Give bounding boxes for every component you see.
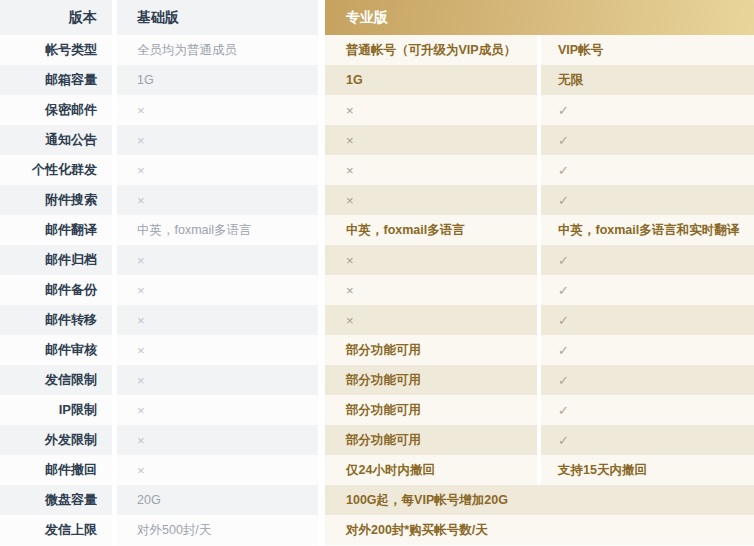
feature-row: 邮件转移××✓: [0, 305, 754, 335]
table-body: 帐号类型全员均为普通成员普通帐号（可升级为VIP成员）VIP帐号邮箱容量1G1G…: [0, 35, 754, 545]
pro-vip-value: ✓: [541, 245, 754, 275]
row-label: 邮件翻译: [0, 215, 112, 245]
version-comparison-table: 版本 基础版 专业版 帐号类型全员均为普通成员普通帐号（可升级为VIP成员）VI…: [0, 0, 754, 545]
pro-normal-value: 1G: [325, 65, 537, 95]
feature-row: 邮件备份××✓: [0, 275, 754, 305]
pro-vip-value: ✓: [541, 425, 754, 455]
header-pro-label: 专业版: [325, 0, 754, 35]
pro-value-full: 100G起，每VIP帐号增加20G: [325, 485, 754, 515]
pro-normal-value: 部分功能可用: [325, 365, 537, 395]
pro-vip-value: 支持15天内撤回: [541, 455, 754, 485]
pro-vip-value: ✓: [541, 275, 754, 305]
pro-normal-value: 部分功能可用: [325, 425, 537, 455]
basic-value: ×: [117, 335, 318, 365]
feature-row: 通知公告××✓: [0, 125, 754, 155]
row-label: 外发限制: [0, 425, 112, 455]
basic-value: 1G: [117, 65, 318, 95]
pro-normal-value: ×: [325, 155, 537, 185]
pro-vip-value: ✓: [541, 305, 754, 335]
pro-vip-value: ✓: [541, 125, 754, 155]
feature-row: 邮件审核×部分功能可用✓: [0, 335, 754, 365]
basic-value: ×: [117, 395, 318, 425]
pro-vip-value: ✓: [541, 95, 754, 125]
basic-value: ×: [117, 455, 318, 485]
basic-value: ×: [117, 185, 318, 215]
pro-vip-value: ✓: [541, 395, 754, 425]
row-label: 发信限制: [0, 365, 112, 395]
basic-value: ×: [117, 95, 318, 125]
pro-normal-value: ×: [325, 275, 537, 305]
pro-vip-value: ✓: [541, 155, 754, 185]
feature-row: 邮件撤回×仅24小时内撤回支持15天内撤回: [0, 455, 754, 485]
pro-value-full: 对外200封*购买帐号数/天: [325, 515, 754, 545]
row-label: 邮件撤回: [0, 455, 112, 485]
pro-normal-value: 普通帐号（可升级为VIP成员）: [325, 35, 537, 65]
row-label: 邮件审核: [0, 335, 112, 365]
basic-value: ×: [117, 155, 318, 185]
pro-normal-value: 仅24小时内撤回: [325, 455, 537, 485]
feature-row: 邮箱容量1G1G无限: [0, 65, 754, 95]
row-label: IP限制: [0, 395, 112, 425]
header-basic-label: 基础版: [117, 0, 318, 35]
feature-row: IP限制×部分功能可用✓: [0, 395, 754, 425]
basic-value: ×: [117, 305, 318, 335]
feature-row: 发信限制×部分功能可用✓: [0, 365, 754, 395]
basic-value: ×: [117, 245, 318, 275]
row-label: 附件搜索: [0, 185, 112, 215]
row-label: 保密邮件: [0, 95, 112, 125]
feature-row: 发信上限对外500封/天对外200封*购买帐号数/天: [0, 515, 754, 545]
row-label: 邮件归档: [0, 245, 112, 275]
pro-normal-value: ×: [325, 125, 537, 155]
feature-row: 邮件翻译中英，foxmail多语言中英，foxmail多语言中英，foxmail…: [0, 215, 754, 245]
basic-value: 20G: [117, 485, 318, 515]
row-label: 邮箱容量: [0, 65, 112, 95]
feature-row: 个性化群发××✓: [0, 155, 754, 185]
row-label: 通知公告: [0, 125, 112, 155]
basic-value: ×: [117, 125, 318, 155]
row-label: 发信上限: [0, 515, 112, 545]
feature-row: 外发限制×部分功能可用✓: [0, 425, 754, 455]
header-version-label: 版本: [0, 0, 112, 35]
pro-normal-value: 部分功能可用: [325, 335, 537, 365]
basic-value: 中英，foxmail多语言: [117, 215, 318, 245]
basic-value: ×: [117, 275, 318, 305]
pro-normal-value: ×: [325, 305, 537, 335]
pro-normal-value: ×: [325, 245, 537, 275]
basic-value: ×: [117, 425, 318, 455]
pro-normal-value: ×: [325, 95, 537, 125]
basic-value: 对外500封/天: [117, 515, 318, 545]
table-header-row: 版本 基础版 专业版: [0, 0, 754, 35]
row-label: 微盘容量: [0, 485, 112, 515]
row-label: 邮件转移: [0, 305, 112, 335]
pro-normal-value: 中英，foxmail多语言: [325, 215, 537, 245]
feature-row: 微盘容量20G100G起，每VIP帐号增加20G: [0, 485, 754, 515]
feature-row: 保密邮件××✓: [0, 95, 754, 125]
row-label: 邮件备份: [0, 275, 112, 305]
pro-vip-value: VIP帐号: [541, 35, 754, 65]
pro-vip-value: ✓: [541, 185, 754, 215]
feature-row: 帐号类型全员均为普通成员普通帐号（可升级为VIP成员）VIP帐号: [0, 35, 754, 65]
pro-vip-value: ✓: [541, 365, 754, 395]
pro-normal-value: 部分功能可用: [325, 395, 537, 425]
pro-normal-value: ×: [325, 185, 537, 215]
feature-row: 附件搜索××✓: [0, 185, 754, 215]
pro-vip-value: 无限: [541, 65, 754, 95]
feature-row: 邮件归档××✓: [0, 245, 754, 275]
pro-vip-value: 中英，foxmail多语言和实时翻译: [541, 215, 754, 245]
pro-vip-value: ✓: [541, 335, 754, 365]
basic-value: 全员均为普通成员: [117, 35, 318, 65]
basic-value: ×: [117, 365, 318, 395]
row-label: 帐号类型: [0, 35, 112, 65]
row-label: 个性化群发: [0, 155, 112, 185]
